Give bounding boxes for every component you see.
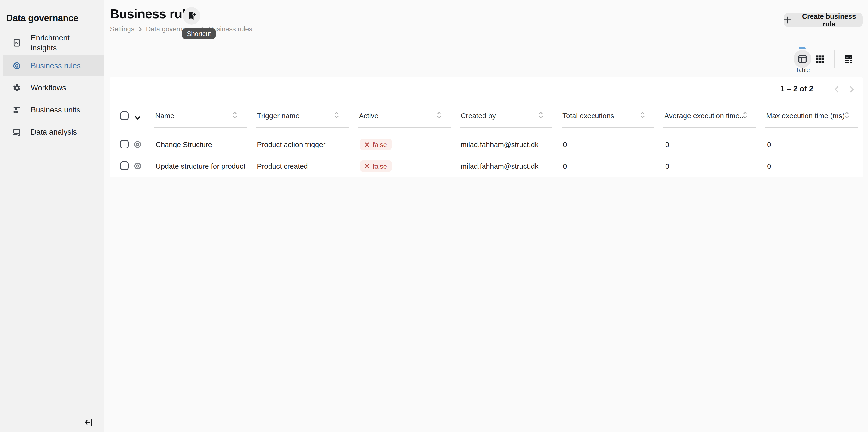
grid-view-button[interactable]: [815, 54, 825, 64]
shortcut-bookmark-button[interactable]: [183, 7, 200, 25]
table-card: 1 – 2 of 2 Name Trigger name Active Crea…: [110, 78, 863, 177]
pagination-prev-button[interactable]: [833, 86, 841, 93]
cell-trigger-name: Product action trigger: [257, 133, 326, 155]
chevron-left-icon: [833, 86, 841, 93]
sidebar-item-data-analysis[interactable]: Data analysis: [0, 122, 104, 142]
cell-max-execution-time: 0: [767, 133, 771, 155]
create-button-label: Create business rule: [796, 12, 863, 28]
column-underline: [561, 127, 654, 128]
sort-icon[interactable]: [640, 112, 645, 119]
cell-created-by: milad.fahham@struct.dk: [461, 155, 538, 177]
column-header-active[interactable]: Active: [359, 112, 378, 120]
cell-name: Change Structure: [156, 133, 212, 155]
table-icon: [797, 54, 807, 64]
chevron-right-icon: [848, 86, 856, 93]
sort-icon[interactable]: [334, 112, 339, 119]
column-underline: [358, 127, 451, 128]
x-icon: [365, 164, 369, 168]
target-icon: [133, 162, 142, 170]
column-header-total-executions[interactable]: Total executions: [562, 112, 614, 120]
sidebar-item-enrichment-insights[interactable]: Enrichment insights: [0, 30, 104, 55]
column-header-trigger-name[interactable]: Trigger name: [257, 112, 300, 120]
cell-trigger-name: Product created: [257, 155, 308, 177]
sort-icon[interactable]: [232, 112, 237, 119]
sort-icon[interactable]: [437, 112, 441, 119]
sidebar-item-label: Workflows: [31, 83, 66, 93]
status-badge-false: false: [360, 139, 392, 150]
cell-average-execution-time: 0: [665, 155, 670, 177]
card-list-icon: [843, 54, 854, 64]
select-menu-chevron-down-icon[interactable]: [134, 114, 141, 119]
card-view-button[interactable]: [843, 54, 854, 64]
org-chart-icon: [12, 105, 21, 114]
table-row[interactable]: Update structure for product Product cre…: [110, 155, 863, 177]
view-toggle-divider: [834, 51, 835, 68]
cell-created-by: milad.fahham@struct.dk: [461, 133, 538, 155]
bookmark-plus-icon: [187, 11, 197, 21]
page: Data governance Enrichment insights Busi…: [0, 0, 868, 432]
breadcrumb-settings[interactable]: Settings: [110, 25, 134, 33]
sort-icon[interactable]: [538, 112, 543, 119]
sidebar-title: Data governance: [6, 13, 78, 24]
collapse-sidebar-button[interactable]: [82, 416, 95, 429]
row-checkbox[interactable]: [120, 161, 129, 170]
column-header-max-execution-time[interactable]: Max execution time (ms): [766, 112, 845, 120]
pagination-next-button[interactable]: [848, 86, 856, 93]
cell-total-executions: 0: [563, 155, 567, 177]
grid-icon: [815, 54, 825, 64]
sidebar-item-label: Business units: [31, 105, 80, 115]
laptop-gear-icon: [12, 128, 21, 136]
sort-icon[interactable]: [844, 112, 849, 119]
target-icon: [12, 61, 21, 70]
sidebar-item-label: Enrichment insights: [31, 33, 91, 53]
chart-pulse-icon: [12, 38, 21, 47]
table-view-button[interactable]: [794, 50, 811, 68]
sidebar-item-business-units[interactable]: Business units: [0, 99, 104, 120]
x-icon: [365, 142, 369, 147]
cell-max-execution-time: 0: [767, 155, 771, 177]
select-all-checkbox[interactable]: [120, 112, 129, 120]
table-row[interactable]: Change Structure Product action trigger …: [110, 133, 863, 155]
breadcrumb: Settings Data governance Business rules: [110, 25, 252, 33]
sort-icon[interactable]: [743, 112, 747, 119]
column-underline: [460, 127, 552, 128]
cell-name: Update structure for product: [156, 155, 245, 177]
sidebar-item-business-rules[interactable]: Business rules: [0, 55, 104, 76]
column-underline: [663, 127, 756, 128]
column-underline: [154, 127, 247, 128]
column-header-name[interactable]: Name: [155, 112, 174, 120]
status-badge-false: false: [360, 160, 392, 172]
column-underline: [765, 127, 858, 128]
column-header-created-by[interactable]: Created by: [461, 112, 496, 120]
sidebar-item-workflows[interactable]: Workflows: [0, 78, 104, 98]
cell-average-execution-time: 0: [665, 133, 670, 155]
pagination-range: 1 – 2 of 2: [780, 85, 813, 93]
column-underline: [256, 127, 349, 128]
plus-icon: [784, 16, 791, 24]
row-checkbox[interactable]: [120, 140, 129, 149]
active-view-indicator: [799, 47, 806, 50]
gear-icon: [12, 83, 21, 92]
sidebar: Data governance Enrichment insights Busi…: [0, 0, 104, 432]
chevron-right-icon: [137, 26, 143, 31]
arrow-bar-left-icon: [84, 418, 93, 427]
view-toggle-label: Table: [790, 67, 815, 73]
target-icon: [133, 140, 142, 149]
sidebar-item-label: Data analysis: [31, 127, 77, 137]
create-business-rule-button[interactable]: Create business rule: [784, 13, 863, 27]
cell-total-executions: 0: [563, 133, 567, 155]
column-header-average-execution-time[interactable]: Average execution time...: [664, 112, 745, 120]
shortcut-tooltip: Shortcut: [182, 28, 216, 39]
sidebar-item-label: Business rules: [31, 61, 81, 71]
